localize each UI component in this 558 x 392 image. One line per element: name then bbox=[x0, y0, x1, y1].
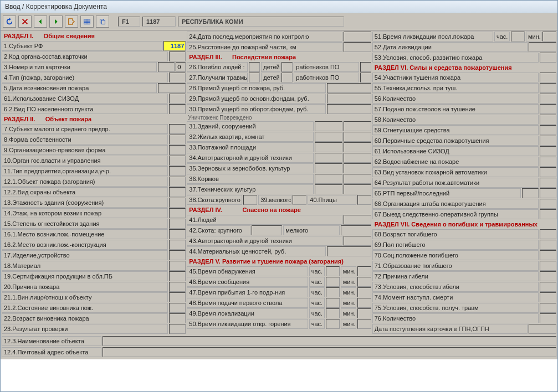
input-76[interactable] bbox=[540, 313, 556, 323]
input-38[interactable] bbox=[243, 195, 257, 205]
input-1[interactable] bbox=[163, 41, 186, 51]
input-45h[interactable] bbox=[326, 266, 340, 276]
input-48h[interactable] bbox=[326, 298, 340, 308]
input-27[interactable] bbox=[249, 73, 260, 82]
input-8[interactable] bbox=[169, 135, 186, 145]
input-42a[interactable] bbox=[252, 225, 282, 235]
input-24[interactable] bbox=[344, 32, 371, 42]
input-26[interactable] bbox=[249, 62, 260, 72]
input-72[interactable] bbox=[540, 271, 556, 281]
input-29[interactable] bbox=[327, 94, 371, 104]
input-74[interactable] bbox=[540, 292, 556, 302]
input-43[interactable] bbox=[344, 236, 371, 246]
input-37a[interactable] bbox=[315, 184, 342, 194]
input-5[interactable] bbox=[158, 83, 186, 93]
input-35a[interactable] bbox=[315, 163, 342, 173]
input-36a[interactable] bbox=[315, 174, 342, 184]
input-3b[interactable] bbox=[176, 62, 186, 72]
input-69[interactable] bbox=[540, 240, 556, 250]
input-60[interactable] bbox=[540, 136, 556, 146]
input-61f[interactable] bbox=[540, 146, 556, 156]
grid-button[interactable] bbox=[80, 16, 94, 28]
input-63[interactable] bbox=[540, 167, 556, 177]
copy-button[interactable] bbox=[96, 16, 109, 28]
input-161[interactable] bbox=[169, 229, 186, 239]
input-212[interactable] bbox=[169, 303, 186, 313]
input-56[interactable] bbox=[540, 94, 556, 104]
input-75[interactable] bbox=[540, 303, 556, 313]
input-15[interactable] bbox=[169, 219, 186, 229]
input-66[interactable] bbox=[540, 199, 556, 209]
input-33a[interactable] bbox=[315, 142, 342, 152]
input-51h[interactable] bbox=[511, 32, 525, 42]
input-54[interactable] bbox=[540, 73, 556, 82]
input-44[interactable] bbox=[327, 246, 371, 256]
input-2[interactable] bbox=[169, 51, 186, 61]
input-42b[interactable] bbox=[341, 225, 371, 235]
input-40[interactable] bbox=[357, 195, 371, 205]
input-13[interactable] bbox=[169, 198, 186, 208]
input-9[interactable] bbox=[169, 145, 186, 155]
input-55[interactable] bbox=[540, 83, 556, 93]
input-48m[interactable] bbox=[357, 298, 371, 308]
input-27b[interactable] bbox=[360, 73, 371, 82]
input-162[interactable] bbox=[169, 240, 186, 250]
input-28[interactable] bbox=[327, 83, 371, 93]
input-25[interactable] bbox=[344, 42, 371, 52]
input-68[interactable] bbox=[540, 229, 556, 239]
input-32b[interactable] bbox=[344, 132, 371, 142]
input-3a[interactable] bbox=[158, 62, 175, 72]
input-67[interactable] bbox=[540, 209, 556, 219]
input-51m[interactable] bbox=[542, 32, 556, 42]
input-19[interactable] bbox=[169, 271, 186, 281]
input-62f[interactable] bbox=[540, 157, 556, 167]
input-59[interactable] bbox=[540, 125, 556, 135]
input-65b[interactable] bbox=[540, 188, 556, 198]
input-4[interactable] bbox=[169, 73, 186, 82]
input-52[interactable] bbox=[529, 42, 556, 52]
input-65a[interactable] bbox=[522, 188, 539, 198]
input-32a[interactable] bbox=[315, 132, 342, 142]
input-123[interactable] bbox=[103, 336, 556, 346]
input-50m[interactable] bbox=[357, 319, 371, 329]
input-41[interactable] bbox=[344, 215, 371, 225]
input-34b[interactable] bbox=[344, 153, 371, 163]
input-39[interactable] bbox=[293, 195, 306, 205]
input-33b[interactable] bbox=[344, 142, 371, 152]
input-49h[interactable] bbox=[326, 308, 340, 318]
refresh-button[interactable] bbox=[3, 16, 16, 28]
input-30[interactable] bbox=[327, 104, 371, 114]
input-20[interactable] bbox=[169, 282, 186, 292]
input-14[interactable] bbox=[169, 208, 186, 218]
input-18[interactable] bbox=[169, 261, 186, 271]
input-211[interactable] bbox=[169, 292, 186, 302]
input-10[interactable] bbox=[169, 156, 186, 166]
input-121[interactable] bbox=[169, 177, 186, 187]
input-71[interactable] bbox=[540, 261, 556, 271]
input-17[interactable] bbox=[169, 250, 186, 260]
export-button[interactable] bbox=[65, 16, 78, 28]
input-46m[interactable] bbox=[357, 277, 371, 287]
input-49m[interactable] bbox=[357, 308, 371, 318]
input-73[interactable] bbox=[540, 282, 556, 292]
input-47m[interactable] bbox=[357, 287, 371, 297]
input-22[interactable] bbox=[169, 313, 186, 323]
input-26b[interactable] bbox=[360, 62, 371, 72]
input-53[interactable] bbox=[540, 53, 556, 63]
input-37b[interactable] bbox=[344, 184, 371, 194]
input-26a[interactable] bbox=[281, 62, 293, 72]
input-124[interactable] bbox=[103, 347, 556, 357]
input-61[interactable] bbox=[169, 94, 186, 104]
input-31a[interactable] bbox=[315, 121, 342, 131]
input-46h[interactable] bbox=[326, 277, 340, 287]
input-31b[interactable] bbox=[344, 121, 371, 131]
input-36b[interactable] bbox=[344, 174, 371, 184]
input-62[interactable] bbox=[169, 104, 186, 114]
input-122[interactable] bbox=[169, 187, 186, 197]
input-70[interactable] bbox=[540, 250, 556, 260]
next-button[interactable] bbox=[49, 16, 63, 28]
input-50h[interactable] bbox=[326, 319, 340, 329]
input-34a[interactable] bbox=[315, 153, 342, 163]
prev-button[interactable] bbox=[34, 16, 47, 28]
close-button[interactable] bbox=[18, 16, 32, 28]
